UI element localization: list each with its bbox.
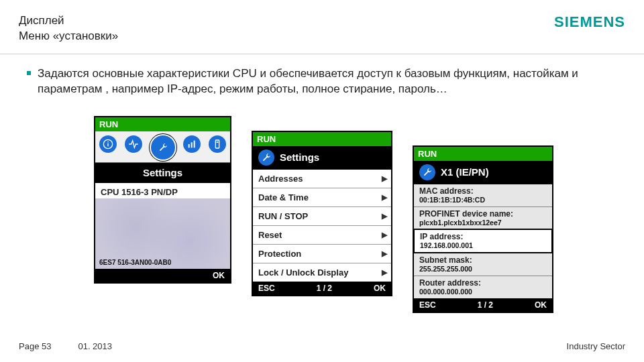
status-run: RUN — [95, 117, 230, 131]
nav-icon-row — [95, 131, 230, 163]
order-number: 6ES7 516-3AN00-0AB0 — [99, 259, 171, 266]
wrench-icon — [419, 164, 435, 180]
kv-value: 255.255.255.000 — [419, 265, 547, 273]
softkey-bar: ESC 1 / 2 OK — [253, 282, 391, 295]
menu-item-datetime[interactable]: Date & Time ▶ — [253, 188, 391, 206]
kv-value: 00:1B:1B:1D:4B:CD — [419, 196, 547, 204]
softkey-ok[interactable]: OK — [535, 300, 547, 310]
chevron-right-icon: ▶ — [382, 174, 387, 183]
kv-key: Subnet mask: — [419, 255, 547, 265]
status-run: RUN — [253, 132, 391, 146]
kv-value: plcxb1.plcxb1xbxx12ee7 — [419, 219, 547, 227]
menu-title-row: Settings — [253, 146, 391, 169]
section-title-settings: Settings — [95, 163, 230, 182]
svg-rect-4 — [191, 142, 192, 147]
slide-title-block: Дисплей Меню «установки» — [19, 13, 118, 44]
chevron-right-icon: ▶ — [382, 193, 387, 202]
kv-profinet-name[interactable]: PROFINET device name: plcxb1.plcxb1xbxx1… — [414, 206, 552, 229]
device-screen-settings-menu: RUN Settings Addresses ▶ Date & Time ▶ — [252, 131, 392, 296]
interface-title: X1 (IE/PN) — [441, 166, 489, 178]
softkey-bar: OK — [95, 269, 230, 282]
menu-item-label: Lock / Unlock Display — [258, 267, 348, 278]
kv-value: 192.168.000.001 — [420, 241, 546, 249]
page-indicator: 1 / 2 — [275, 284, 374, 293]
slide-header: Дисплей Меню «установки» SIEMENS — [0, 0, 644, 51]
chevron-right-icon: ▶ — [382, 212, 387, 221]
page-indicator: 1 / 2 — [436, 300, 535, 310]
kv-ip-address[interactable]: IP address: 192.168.000.001 — [413, 229, 553, 253]
softkey-ok[interactable]: OK — [374, 284, 386, 293]
svg-rect-2 — [107, 141, 108, 142]
menu-item-addresses[interactable]: Addresses ▶ — [253, 169, 391, 188]
menu-item-label: Reset — [258, 230, 282, 240]
brand-logo: SIEMENS — [554, 13, 625, 31]
menu-item-label: Protection — [258, 249, 301, 259]
kv-key: PROFINET device name: — [419, 209, 547, 219]
bullet-row: Задаются основные характеристики CPU и о… — [27, 66, 621, 97]
slide-title-line2: Меню «установки» — [19, 29, 118, 44]
footer-page: Page 53 — [19, 341, 51, 351]
kv-router[interactable]: Router address: 000.000.000.000 — [414, 276, 552, 298]
wrench-icon — [258, 149, 274, 166]
softkey-esc[interactable]: ESC — [419, 300, 436, 310]
menu-item-lock[interactable]: Lock / Unlock Display ▶ — [253, 263, 391, 282]
bullet-text: Задаются основные характеристики CPU и о… — [38, 66, 621, 97]
activity-icon[interactable] — [125, 135, 142, 153]
header-divider — [0, 54, 644, 54]
wrench-icon[interactable] — [151, 135, 175, 160]
cpu-background-image: 6ES7 516-3AN00-0AB0 — [95, 198, 230, 269]
menu-title: Settings — [280, 152, 319, 163]
cpu-model: CPU 1516-3 PN/DP — [95, 182, 230, 198]
kv-mac[interactable]: MAC address: 00:1B:1B:1D:4B:CD — [414, 184, 552, 206]
settings-menu-list: Addresses ▶ Date & Time ▶ RUN / STOP ▶ R… — [253, 169, 391, 282]
interface-title-row: X1 (IE/PN) — [414, 161, 552, 184]
kv-key: IP address: — [420, 232, 546, 241]
chevron-right-icon: ▶ — [382, 231, 387, 239]
menu-item-label: RUN / STOP — [258, 211, 308, 221]
bullet-marker — [27, 71, 31, 75]
softkey-bar: ESC 1 / 2 OK — [414, 298, 552, 312]
interface-kv-list: MAC address: 00:1B:1B:1D:4B:CD PROFINET … — [414, 184, 552, 298]
menu-item-label: Date & Time — [258, 192, 309, 202]
footer-sector: Industry Sector — [567, 341, 625, 351]
footer-date: 01. 2013 — [78, 341, 112, 351]
device-screen-overview: RUN — [94, 116, 231, 284]
kv-value: 000.000.000.000 — [419, 288, 547, 296]
menu-item-protection[interactable]: Protection ▶ — [253, 244, 391, 263]
svg-rect-6 — [215, 140, 219, 148]
kv-key: Router address: — [419, 278, 547, 288]
svg-rect-5 — [193, 140, 195, 147]
softkey-mid — [101, 271, 213, 280]
chevron-right-icon: ▶ — [382, 268, 387, 277]
menu-item-label: Addresses — [258, 174, 303, 184]
softkey-ok[interactable]: OK — [213, 271, 225, 280]
status-run: RUN — [414, 147, 552, 161]
menu-item-reset[interactable]: Reset ▶ — [253, 225, 391, 244]
device-icon[interactable] — [209, 135, 226, 153]
device-screen-interface: RUN X1 (IE/PN) MAC address: 00:1B:1B:1D:… — [413, 145, 553, 313]
svg-rect-1 — [107, 143, 108, 146]
bars-icon[interactable] — [183, 135, 201, 153]
svg-rect-3 — [188, 144, 189, 147]
kv-subnet[interactable]: Subnet mask: 255.255.255.000 — [414, 253, 552, 276]
info-icon[interactable] — [99, 135, 117, 153]
menu-item-runstop[interactable]: RUN / STOP ▶ — [253, 206, 391, 225]
chevron-right-icon: ▶ — [382, 249, 387, 258]
kv-key: MAC address: — [419, 186, 547, 196]
slide-footer: Page 53 01. 2013 Industry Sector — [19, 341, 625, 351]
slide-title-line1: Дисплей — [19, 13, 118, 29]
softkey-esc[interactable]: ESC — [258, 284, 275, 293]
svg-rect-7 — [217, 141, 219, 143]
